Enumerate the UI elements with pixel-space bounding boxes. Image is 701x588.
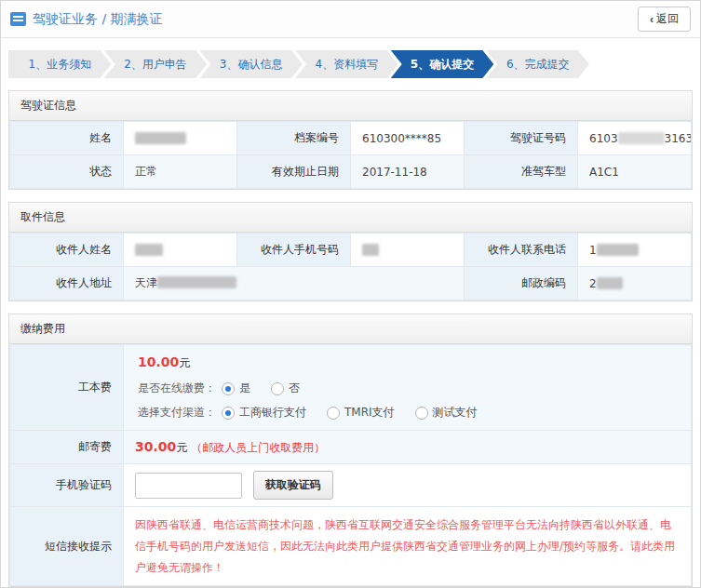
table-row: 状态 正常 有效期止日期 2017-11-18 准驾车型 A1C1	[10, 155, 692, 189]
production-fee-cell: 10.00元 是否在线缴费： 是 否 选择支付渠道：	[124, 345, 692, 431]
step-6: 6、完成提交	[486, 50, 589, 78]
radio-channel-tmri[interactable]: TMRI支付	[327, 405, 395, 421]
recipient-tel-label: 收件人联系电话	[465, 234, 578, 267]
document-icon	[10, 12, 26, 26]
pickup-info-section: 取件信息 收件人姓名 收件人手机号码 收件人联系电话 1 收件人地址 天津 邮政…	[8, 202, 693, 301]
postal-code-label: 邮政编码	[465, 267, 578, 301]
captcha-input[interactable]	[135, 473, 242, 499]
breadcrumb-title: 驾驶证业务 / 期满换证	[33, 11, 163, 28]
radio-checked-icon	[222, 407, 235, 420]
mail-fee-note: （邮政人员上门收取费用）	[191, 441, 325, 454]
redacted-value	[618, 132, 665, 144]
get-captcha-button[interactable]: 获取验证码	[253, 471, 333, 500]
radio-channel-icbc[interactable]: 工商银行支付	[222, 405, 306, 421]
mail-fee-label: 邮寄费	[10, 431, 124, 464]
step-3: 3、确认信息	[199, 50, 303, 78]
vehicle-class-label: 准驾车型	[465, 155, 578, 189]
pickup-section-title: 取件信息	[9, 203, 692, 233]
mail-fee-unit: 元	[176, 441, 187, 454]
recipient-mobile-value	[351, 234, 465, 267]
radio-online-no-label: 否	[289, 381, 300, 396]
production-fee-amount: 10.00	[138, 354, 179, 369]
production-fee-label: 工本费	[10, 345, 124, 431]
chevron-left-icon	[650, 13, 654, 26]
license-info-section: 驾驶证信息 姓名 档案编号 610300****85 驾驶证号码 6103316…	[8, 90, 693, 190]
postal-code-value: 2	[578, 267, 692, 301]
vehicle-class-value: A1C1	[578, 155, 692, 189]
captcha-label: 手机验证码	[10, 464, 124, 507]
radio-online-yes[interactable]: 是	[222, 381, 250, 396]
sms-tip-label: 短信接收提示	[10, 507, 124, 586]
online-pay-question: 是否在线缴费：	[138, 381, 216, 396]
address-label: 收件人地址	[10, 267, 124, 301]
radio-online-no[interactable]: 否	[271, 381, 300, 396]
license-number-suffix: 3163X	[665, 132, 692, 145]
radio-channel-icbc-label: 工商银行支付	[239, 405, 306, 421]
payment-section: 缴纳费用 工本费 10.00元 是否在线缴费： 是 否	[8, 314, 693, 587]
step-2: 2、用户申告	[104, 50, 208, 78]
recipient-tel-value: 1	[578, 234, 692, 267]
radio-checked-icon	[222, 382, 235, 395]
address-prefix: 天津	[135, 276, 157, 289]
table-row: 手机验证码 获取验证码	[10, 464, 692, 507]
radio-unchecked-icon	[327, 407, 340, 420]
name-value	[124, 122, 237, 155]
radio-unchecked-icon	[415, 407, 428, 420]
postal-code-prefix: 2	[589, 277, 597, 290]
redacted-value	[597, 244, 639, 256]
license-section-title: 驾驶证信息	[9, 91, 692, 121]
radio-channel-tmri-label: TMRI支付	[344, 405, 395, 421]
app-header: 驾驶证业务 / 期满换证 返回	[1, 1, 700, 38]
file-number-label: 档案编号	[237, 122, 351, 155]
license-number-label: 驾驶证号码	[465, 122, 578, 155]
license-number-prefix: 6103	[589, 132, 618, 145]
step-4: 4、资料填写	[295, 50, 398, 78]
redacted-value	[597, 277, 623, 289]
status-label: 状态	[10, 155, 124, 189]
sms-tip-text: 因陕西省联通、电信运营商技术问题，陕西省互联网交通安全综合服务管理平台无法向持陕…	[124, 507, 692, 586]
redacted-value	[135, 132, 186, 144]
back-button[interactable]: 返回	[638, 7, 691, 32]
table-row: 邮寄费 30.00元（邮政人员上门收取费用）	[10, 431, 692, 464]
recipient-tel-prefix: 1	[589, 244, 597, 257]
recipient-name-label: 收件人姓名	[10, 234, 124, 267]
license-number-value: 61033163X	[578, 122, 692, 155]
address-value: 天津	[124, 267, 465, 301]
back-button-label: 返回	[656, 11, 679, 27]
name-label: 姓名	[10, 122, 124, 155]
step-1: 1、业务须知	[8, 50, 112, 78]
recipient-name-value	[124, 234, 237, 267]
redacted-value	[157, 276, 236, 288]
radio-channel-test[interactable]: 测试支付	[415, 405, 478, 421]
radio-online-yes-label: 是	[239, 381, 250, 396]
redacted-value	[362, 244, 379, 256]
table-row: 短信接收提示 因陕西省联通、电信运营商技术问题，陕西省互联网交通安全综合服务管理…	[10, 507, 692, 586]
step-wizard: 1、业务须知 2、用户申告 3、确认信息 4、资料填写 5、确认提交 6、完成提…	[8, 50, 589, 78]
payment-section-title: 缴纳费用	[9, 314, 692, 344]
expiry-date-value: 2017-11-18	[351, 155, 465, 189]
file-number-value: 610300****85	[351, 122, 465, 155]
table-row: 收件人姓名 收件人手机号码 收件人联系电话 1	[10, 234, 692, 267]
step-5-active: 5、确认提交	[391, 50, 494, 78]
pay-channel-question: 选择支付渠道：	[138, 405, 216, 421]
radio-channel-test-label: 测试支付	[433, 405, 478, 421]
mail-fee-cell: 30.00元（邮政人员上门收取费用）	[124, 431, 692, 464]
mail-fee-amount: 30.00	[135, 439, 176, 454]
table-row: 收件人地址 天津 邮政编码 2	[10, 267, 692, 301]
redacted-value	[135, 244, 163, 256]
fee-unit: 元	[179, 356, 190, 369]
status-value: 正常	[124, 155, 237, 189]
table-row: 工本费 10.00元 是否在线缴费： 是 否 选	[10, 345, 692, 431]
recipient-mobile-label: 收件人手机号码	[237, 234, 351, 267]
captcha-cell: 获取验证码	[124, 464, 692, 507]
expiry-date-label: 有效期止日期	[237, 155, 351, 189]
table-row: 姓名 档案编号 610300****85 驾驶证号码 61033163X	[10, 122, 692, 155]
radio-unchecked-icon	[271, 382, 284, 395]
